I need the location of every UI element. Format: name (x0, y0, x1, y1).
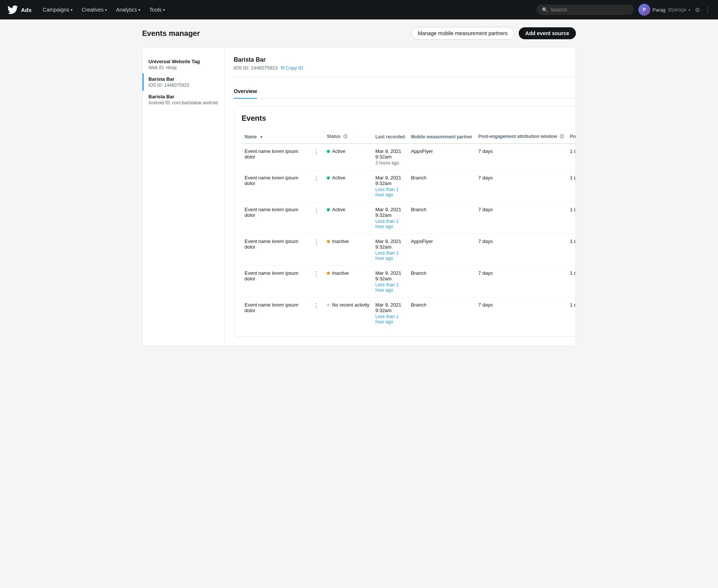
last-recorded-date: Mar 9, 2021 9:32am (375, 175, 405, 186)
col-header-name[interactable]: Name ▼ (242, 130, 324, 144)
sidebar-item-title: Universal Website Tag (148, 59, 218, 64)
col-header-post-engagement: Post-engagement attribution window ⓘ (475, 130, 567, 144)
nav-tools[interactable]: Tools ▾ (145, 4, 169, 15)
source-info-left: Barista Bar iOS ID: 1446075923 ⧉ Copy ID (234, 56, 303, 71)
event-name-text: Event name lorem ipsum dolor (245, 302, 310, 313)
col-header-status: Status ⓘ (324, 130, 372, 144)
event-status-cell: No recent activity (324, 298, 372, 329)
post-view-value: 1 day (570, 207, 576, 212)
table-row: Event name lorem ipsum dolor ⋮ Inactive … (242, 266, 576, 298)
event-name-text: Event name lorem ipsum dolor (245, 238, 310, 250)
info-icon[interactable]: ⓘ (343, 134, 347, 139)
event-date-cell: Mar 9, 2021 9:32am Less than 1 hour ago (372, 170, 408, 202)
last-recorded-date: Mar 9, 2021 9:32am (375, 238, 405, 250)
events-table: Name ▼ Status ⓘ Last recorded Mobile mea… (242, 130, 576, 329)
manage-partners-button[interactable]: Manage mobile measurement partners (411, 27, 514, 40)
last-recorded-ago: Less than 1 hour ago (375, 219, 405, 229)
event-post-view-cell: 1 day (567, 202, 576, 234)
event-post-engagement-cell: 7 days (475, 170, 567, 202)
status-label: Active (332, 148, 345, 154)
partner-name: Branch (411, 207, 426, 212)
event-status-cell: Active (324, 170, 372, 202)
event-post-view-cell: 1 day (567, 266, 576, 298)
event-name-cell: Event name lorem ipsum dolor ⋮ (242, 170, 324, 202)
info-icon[interactable]: ⓘ (560, 134, 564, 139)
detail-panel: Barista Bar iOS ID: 1446075923 ⧉ Copy ID… (225, 47, 576, 346)
table-row: Event name lorem ipsum dolor ⋮ Active Ma… (242, 144, 576, 170)
row-more-button[interactable]: ⋮ (312, 148, 321, 156)
post-engagement-value: 7 days (478, 302, 493, 308)
event-partner-cell: Branch (408, 202, 475, 234)
brand-label: Ads (21, 7, 31, 13)
search-box[interactable]: 🔍 (537, 4, 634, 15)
row-more-button[interactable]: ⋮ (312, 207, 321, 214)
last-recorded-ago: Less than 1 hour ago (375, 250, 405, 261)
event-name-cell: Event name lorem ipsum dolor ⋮ (242, 144, 324, 170)
nav-campaigns[interactable]: Campaigns ▾ (39, 4, 76, 15)
topnav: Ads Campaigns ▾ Creatives ▾ Analytics ▾ … (0, 0, 718, 19)
event-partner-cell: Branch (408, 266, 475, 298)
status-label: Inactive (332, 238, 349, 244)
more-icon[interactable]: ⋮ (705, 6, 711, 13)
sidebar-group: Universal Website Tag Web ID: ntnqz Bari… (142, 53, 224, 111)
sidebar-item-barista-ios[interactable]: Barista Bar iOS ID: 1446075923 (142, 73, 224, 91)
last-recorded-date: Mar 9, 2021 9:32am (375, 207, 405, 218)
table-row: Event name lorem ipsum dolor ⋮ Active Ma… (242, 170, 576, 202)
add-event-source-button[interactable]: Add event source (519, 27, 576, 39)
event-post-engagement-cell: 7 days (475, 202, 567, 234)
row-more-button[interactable]: ⋮ (312, 238, 321, 246)
page-wrap: Events manager Manage mobile measurement… (135, 19, 583, 354)
event-name-cell: Event name lorem ipsum dolor ⋮ (242, 202, 324, 234)
nav-creatives[interactable]: Creatives ▾ (78, 4, 111, 15)
row-more-button[interactable]: ⋮ (312, 175, 321, 182)
row-more-button[interactable]: ⋮ (312, 270, 321, 277)
event-date-cell: Mar 9, 2021 9:32am 2 hours ago (372, 144, 408, 170)
page-title: Events manager (142, 29, 200, 38)
tab-overview[interactable]: Overview (234, 84, 257, 99)
sidebar-item-sub: Web ID: ntnqz (148, 65, 218, 70)
copy-icon: ⧉ (281, 65, 284, 71)
status-dot (327, 208, 330, 211)
event-partner-cell: Branch (408, 298, 475, 329)
source-id-row: iOS ID: 1446075923 ⧉ Copy ID (234, 65, 303, 71)
nav-analytics[interactable]: Analytics ▾ (112, 4, 144, 15)
event-partner-cell: AppsFlyer (408, 234, 475, 266)
gear-icon[interactable]: ⚙ (695, 6, 700, 13)
tabs: Overview (234, 84, 576, 99)
sidebar: Universal Website Tag Web ID: ntnqz Bari… (142, 47, 225, 346)
status-label: Active (332, 175, 345, 181)
table-row: Event name lorem ipsum dolor ⋮ Active Ma… (242, 202, 576, 234)
event-name-text: Event name lorem ipsum dolor (245, 148, 310, 160)
status-dot (327, 150, 330, 153)
event-post-view-cell: 1 day (567, 144, 576, 170)
event-date-cell: Mar 9, 2021 9:32am Less than 1 hour ago (372, 202, 408, 234)
status-label: No recent activity (332, 302, 369, 308)
event-date-cell: Mar 9, 2021 9:32am Less than 1 hour ago (372, 266, 408, 298)
event-status-cell: Active (324, 202, 372, 234)
search-input[interactable] (551, 7, 629, 13)
sidebar-item-sub: iOS ID: 1446075923 (148, 83, 218, 88)
event-name-text: Event name lorem ipsum dolor (245, 270, 310, 281)
post-view-value: 1 day (570, 175, 576, 181)
last-recorded-ago: 2 hours ago (375, 160, 405, 166)
row-more-button[interactable]: ⋮ (312, 302, 321, 309)
status-dot (327, 176, 330, 179)
brand-logo[interactable]: Ads (7, 4, 31, 15)
event-post-view-cell: 1 day (567, 170, 576, 202)
sidebar-item-universal[interactable]: Universal Website Tag Web ID: ntnqz (142, 56, 224, 73)
event-post-engagement-cell: 7 days (475, 266, 567, 298)
event-name-text: Event name lorem ipsum dolor (245, 207, 310, 218)
post-engagement-value: 7 days (478, 175, 493, 181)
post-engagement-value: 7 days (478, 270, 493, 276)
post-engagement-value: 7 days (478, 148, 493, 154)
partner-name: AppsFlyer (411, 148, 433, 154)
copy-id-button[interactable]: ⧉ Copy ID (281, 65, 303, 71)
topnav-right: 🔍 P Parag @paraga ▾ ⚙ ⋮ (537, 4, 711, 16)
status-label: Inactive (332, 270, 349, 276)
sidebar-item-sub: Android ID: com.baristabar.android (148, 100, 218, 105)
event-status-cell: Inactive (324, 234, 372, 266)
sidebar-item-title: Barista Bar (148, 94, 218, 99)
user-name: Parag (653, 7, 666, 13)
user-menu[interactable]: P Parag @paraga ▾ (638, 4, 690, 16)
sidebar-item-barista-android[interactable]: Barista Bar Android ID: com.baristabar.a… (142, 91, 224, 108)
